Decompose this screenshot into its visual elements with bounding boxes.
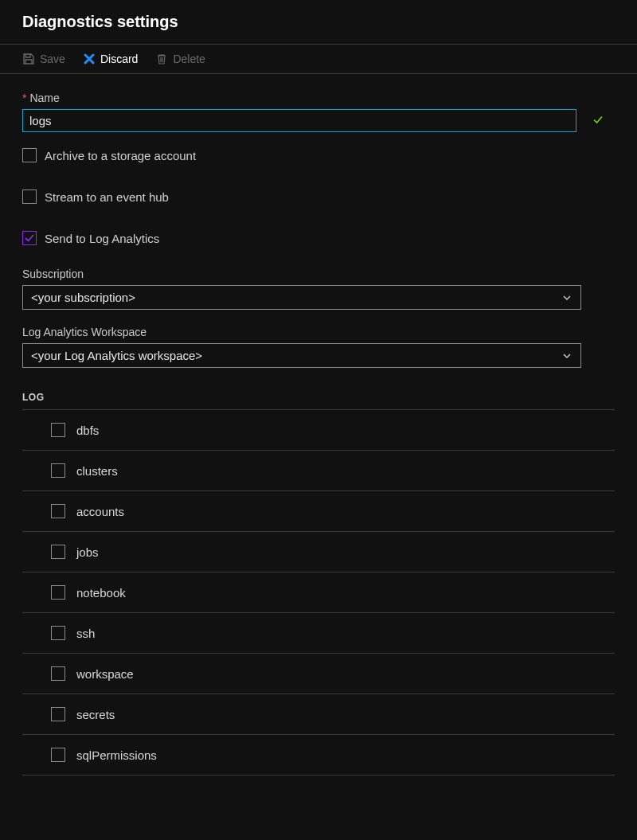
checkbox-icon	[51, 748, 65, 762]
stream-checkbox-row[interactable]: Stream to an event hub	[22, 189, 615, 204]
log-row[interactable]: secrets	[22, 694, 615, 735]
log-label: accounts	[76, 505, 124, 518]
name-input-wrapper	[22, 109, 615, 132]
close-icon	[83, 53, 96, 65]
checkbox-icon	[51, 545, 65, 559]
log-label: secrets	[76, 708, 115, 721]
log-label: dbfs	[76, 424, 99, 437]
discard-button[interactable]: Discard	[83, 53, 138, 65]
subscription-value: <your subscription>	[31, 291, 135, 304]
chevron-down-icon	[561, 350, 573, 361]
log-label: jobs	[76, 545, 99, 559]
workspace-value: <your Log Analytics workspace>	[31, 349, 202, 362]
checkbox-icon	[51, 707, 65, 721]
discard-label: Discard	[100, 53, 138, 65]
checkmark-icon	[592, 114, 604, 127]
delete-button[interactable]: Delete	[155, 53, 205, 65]
workspace-select[interactable]: <your Log Analytics workspace>	[22, 343, 581, 368]
log-label: sqlPermissions	[76, 748, 157, 762]
trash-icon	[155, 53, 168, 65]
toolbar: Save Discard Delete	[0, 45, 637, 74]
delete-label: Delete	[173, 53, 205, 65]
workspace-label: Log Analytics Workspace	[22, 326, 615, 338]
subscription-select[interactable]: <your subscription>	[22, 285, 581, 310]
required-star-icon: *	[22, 92, 26, 104]
header: Diagnostics settings	[0, 0, 637, 45]
save-button[interactable]: Save	[22, 53, 65, 65]
checkbox-icon	[51, 626, 65, 640]
log-label: workspace	[76, 667, 134, 681]
chevron-down-icon	[561, 292, 573, 303]
archive-checkbox-row[interactable]: Archive to a storage account	[22, 148, 615, 162]
subscription-label: Subscription	[22, 268, 615, 280]
stream-label: Stream to an event hub	[45, 190, 169, 204]
send-label: Send to Log Analytics	[45, 232, 159, 245]
checkbox-icon	[51, 463, 65, 478]
log-row[interactable]: jobs	[22, 532, 615, 572]
log-label: clusters	[76, 464, 118, 478]
log-row[interactable]: accounts	[22, 491, 615, 532]
checkbox-icon	[51, 666, 65, 681]
log-row[interactable]: dbfs	[22, 410, 615, 451]
archive-label: Archive to a storage account	[45, 149, 196, 162]
name-label: *Name	[22, 92, 615, 104]
log-label: notebook	[76, 586, 126, 600]
log-row[interactable]: clusters	[22, 451, 615, 491]
checkbox-icon	[51, 504, 65, 518]
page-title: Diagnostics settings	[22, 13, 615, 31]
log-list: dbfs clusters accounts jobs notebook ssh…	[22, 409, 615, 776]
log-row[interactable]: sqlPermissions	[22, 735, 615, 776]
name-input[interactable]	[22, 109, 576, 132]
log-row[interactable]: ssh	[22, 613, 615, 654]
checkbox-icon	[51, 585, 65, 600]
content: *Name Archive to a storage account Strea…	[0, 74, 637, 793]
save-icon	[22, 53, 35, 65]
checkbox-checked-icon	[22, 231, 37, 245]
checkbox-icon	[51, 423, 65, 437]
save-label: Save	[40, 53, 65, 65]
log-section-title: LOG	[22, 392, 615, 403]
log-row[interactable]: workspace	[22, 654, 615, 694]
send-checkbox-row[interactable]: Send to Log Analytics	[22, 231, 615, 245]
log-row[interactable]: notebook	[22, 572, 615, 613]
checkbox-icon	[22, 189, 37, 204]
checkbox-icon	[22, 148, 37, 162]
log-label: ssh	[76, 627, 95, 640]
